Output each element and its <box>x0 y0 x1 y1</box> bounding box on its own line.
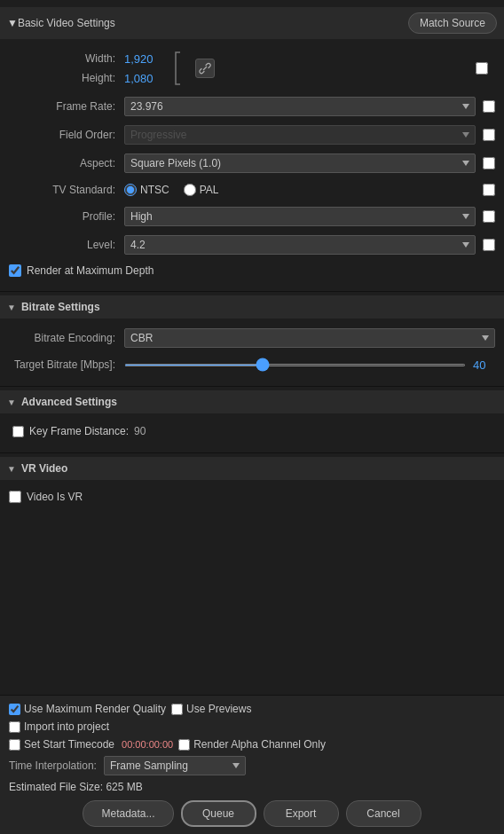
frame-rate-select[interactable]: 23.976 24 25 29.97 30 <box>124 97 476 116</box>
import-into-project-checkbox[interactable] <box>9 721 20 733</box>
bottom-options: Use Maximum Render Quality Use Previews <box>9 703 495 715</box>
video-is-vr-label: Video Is VR <box>27 491 83 503</box>
import-into-project-item: Import into project <box>9 720 109 733</box>
field-order-control: Progressive <box>124 125 476 145</box>
height-label: Height: <box>82 68 115 88</box>
key-frame-distance-value: 90 <box>134 425 146 437</box>
tv-standard-checkbox[interactable] <box>483 184 495 196</box>
use-previews-item: Use Previews <box>171 703 251 715</box>
level-select[interactable]: 4.2 4.0 3.2 <box>124 235 476 255</box>
export-button[interactable]: Export <box>264 800 339 827</box>
frame-rate-row: Frame Rate: 23.976 24 25 29.97 30 <box>0 92 504 121</box>
timecode-value: 00:00:00:00 <box>122 739 173 750</box>
field-order-select[interactable]: Progressive <box>124 125 476 145</box>
set-start-timecode-checkbox[interactable] <box>9 739 20 751</box>
use-previews-checkbox[interactable] <box>171 704 183 715</box>
estimated-file-size-label: Estimated File Size: <box>9 781 103 793</box>
basic-video-settings-area: Width: Height: 1,920 1,080 <box>0 39 504 287</box>
scroll-area[interactable]: ▼ Basic Video Settings Match Source Widt… <box>0 0 504 695</box>
use-max-render-quality-checkbox[interactable] <box>9 704 20 715</box>
frame-rate-control: 23.976 24 25 29.97 30 <box>124 97 476 116</box>
time-interpolation-label: Time Interpolation: <box>9 759 97 772</box>
aspect-select-wrapper: Square Pixels (1.0) D1/DV NTSC (0.9091) <box>124 153 476 173</box>
pal-radio[interactable] <box>184 184 196 196</box>
field-order-label: Field Order: <box>9 129 124 141</box>
bottom-bar: Use Maximum Render Quality Use Previews … <box>0 695 504 834</box>
width-input-row: 1,920 <box>124 49 169 68</box>
target-bitrate-label: Target Bitrate [Mbps]: <box>9 358 124 371</box>
width-value[interactable]: 1,920 <box>124 52 169 66</box>
tv-standard-label: TV Standard: <box>9 184 124 196</box>
bitrate-encoding-select[interactable]: CBR VBR, 1 Pass VBR, 2 Pass <box>124 328 495 348</box>
bitrate-collapse-icon: ▼ <box>7 303 16 312</box>
target-bitrate-row: Target Bitrate [Mbps]: 40 <box>0 352 504 377</box>
vr-section-header[interactable]: ▼ VR Video <box>0 457 504 480</box>
field-order-select-wrapper: Progressive <box>124 125 476 145</box>
bitrate-encoding-control: CBR VBR, 1 Pass VBR, 2 Pass <box>124 328 495 348</box>
time-interpolation-select[interactable]: Frame Sampling Frame Blending Optical Fl… <box>104 756 246 775</box>
advanced-settings-area: Key Frame Distance: 90 <box>0 413 504 449</box>
target-bitrate-slider[interactable] <box>124 364 466 366</box>
use-max-render-quality-item: Use Maximum Render Quality <box>9 703 166 715</box>
advanced-collapse-icon: ▼ <box>7 397 16 407</box>
metadata-button[interactable]: Metadata... <box>83 800 173 827</box>
basic-video-header-left: ▼ Basic Video Settings <box>7 17 115 29</box>
bottom-options-2: Import into project <box>9 720 495 733</box>
estimated-file-size-value: 625 MB <box>106 781 142 793</box>
frame-rate-checkbox[interactable] <box>483 100 495 113</box>
set-start-timecode-label: Set Start Timecode <box>24 738 114 751</box>
bitrate-encoding-label: Bitrate Encoding: <box>9 332 124 344</box>
frame-rate-select-wrapper: 23.976 24 25 29.97 30 <box>124 97 476 116</box>
profile-row: Profile: High Main Baseline <box>0 202 504 231</box>
render-max-depth-row: Render at Maximum Depth <box>0 259 504 282</box>
profile-select[interactable]: High Main Baseline <box>124 207 476 226</box>
width-height-row: Width: Height: 1,920 1,080 <box>0 44 504 92</box>
key-frame-distance-checkbox[interactable] <box>12 426 24 437</box>
aspect-label: Aspect: <box>9 157 124 169</box>
video-is-vr-row: Video Is VR <box>0 485 504 508</box>
estimated-file-size-row: Estimated File Size: 625 MB <box>9 781 495 793</box>
divider-3 <box>0 452 504 453</box>
wh-inputs: 1,920 1,080 <box>124 49 169 88</box>
cancel-button[interactable]: Cancel <box>346 800 421 827</box>
level-checkbox[interactable] <box>483 239 495 251</box>
target-bitrate-control: 40 <box>124 358 495 372</box>
aspect-select[interactable]: Square Pixels (1.0) D1/DV NTSC (0.9091) <box>124 153 476 173</box>
ntsc-radio-label[interactable]: NTSC <box>124 184 169 196</box>
advanced-section-label: Advanced Settings <box>21 396 117 408</box>
bitrate-encoding-select-wrapper: CBR VBR, 1 Pass VBR, 2 Pass <box>124 328 495 348</box>
ntsc-radio[interactable] <box>124 184 137 196</box>
level-label: Level: <box>9 239 124 251</box>
vr-collapse-icon: ▼ <box>7 464 16 474</box>
pal-label: PAL <box>200 184 219 196</box>
level-control: 4.2 4.0 3.2 <box>124 235 476 255</box>
render-alpha-channel-checkbox[interactable] <box>178 739 190 751</box>
queue-button[interactable]: Queue <box>181 800 256 827</box>
aspect-checkbox[interactable] <box>483 157 495 169</box>
basic-video-section-label: Basic Video Settings <box>18 17 115 29</box>
height-value[interactable]: 1,080 <box>124 72 169 85</box>
aspect-control: Square Pixels (1.0) D1/DV NTSC (0.9091) <box>124 153 476 173</box>
link-bracket-svg <box>174 51 186 86</box>
advanced-section-header[interactable]: ▼ Advanced Settings <box>0 390 504 413</box>
video-is-vr-checkbox[interactable] <box>9 491 21 503</box>
wh-checkbox[interactable] <box>476 62 488 75</box>
bitrate-settings-area: Bitrate Encoding: CBR VBR, 1 Pass VBR, 2… <box>0 319 504 382</box>
match-source-button[interactable]: Match Source <box>408 12 497 34</box>
vr-section-label: VR Video <box>21 462 67 475</box>
bitrate-section-header[interactable]: ▼ Bitrate Settings <box>0 295 504 319</box>
profile-checkbox[interactable] <box>483 210 495 223</box>
use-max-render-quality-label: Use Maximum Render Quality <box>24 703 166 715</box>
pal-radio-label[interactable]: PAL <box>184 184 219 196</box>
basic-video-section-header[interactable]: ▼ Basic Video Settings Match Source <box>0 7 504 39</box>
field-order-checkbox[interactable] <box>483 129 495 141</box>
frame-rate-label: Frame Rate: <box>9 100 124 113</box>
divider-2 <box>0 386 504 387</box>
action-buttons: Metadata... Queue Export Cancel <box>9 800 495 827</box>
divider-1 <box>0 291 504 292</box>
field-order-row: Field Order: Progressive <box>0 121 504 149</box>
level-row: Level: 4.2 4.0 3.2 <box>0 231 504 259</box>
set-start-timecode-item: Set Start Timecode 00:00:00:00 <box>9 738 173 751</box>
render-max-depth-checkbox[interactable] <box>9 264 21 277</box>
link-icon[interactable] <box>195 59 215 78</box>
